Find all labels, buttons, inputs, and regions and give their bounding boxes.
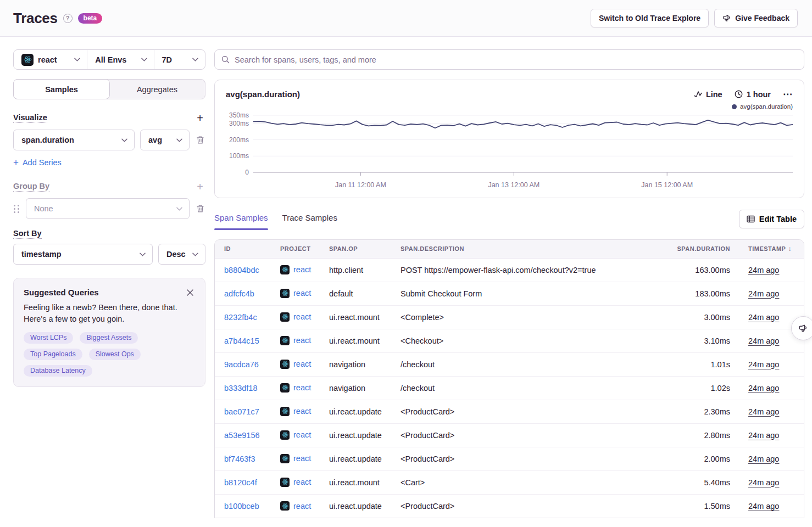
span-timestamp-link[interactable]: 24m ago (748, 266, 779, 274)
span-id-link[interactable]: b333df18 (224, 384, 257, 393)
table-row[interactable]: a53e9156 react ui.react.update <ProductC… (215, 423, 804, 447)
span-id-link[interactable]: b8120c4f (224, 478, 257, 487)
react-project-icon (280, 454, 290, 463)
visualize-aggregate-select[interactable]: avg (140, 130, 190, 150)
span-id-link[interactable]: b8804bdc (224, 266, 259, 274)
visualize-field-select[interactable]: span.duration (13, 130, 135, 150)
chart-more-menu-icon[interactable]: ⋯ (783, 88, 793, 100)
x-axis-tick-label: Jan 11 12:00 AM (335, 181, 386, 189)
span-timestamp-link[interactable]: 24m ago (748, 360, 779, 369)
chart-type-button[interactable]: Line (694, 90, 722, 99)
suggested-query-pill[interactable]: Worst LCPs (24, 332, 73, 344)
add-series-button[interactable]: + Add Series (13, 157, 62, 168)
sort-direction-select[interactable]: Desc (158, 244, 205, 265)
span-timestamp-link[interactable]: 24m ago (748, 455, 779, 463)
span-timestamp-link[interactable]: 24m ago (748, 431, 779, 440)
search-input[interactable] (235, 55, 797, 64)
span-duration-cell: 1.02s (653, 376, 738, 400)
visualize-aggregate-value: avg (148, 136, 162, 144)
table-row[interactable]: b8804bdc react http.client POST https://… (215, 258, 804, 282)
x-axis-spacer (226, 177, 253, 192)
switch-old-trace-explore-button[interactable]: Switch to Old Trace Explore (591, 9, 709, 27)
react-project-icon (280, 265, 290, 274)
span-timestamp-link[interactable]: 24m ago (748, 407, 779, 416)
suggested-query-pill[interactable]: Biggest Assets (80, 332, 138, 344)
column-header-timestamp[interactable]: TIMESTAMP↓ (738, 240, 804, 258)
suggested-query-pill[interactable]: Slowest Ops (89, 349, 141, 360)
span-timestamp-link[interactable]: 24m ago (748, 313, 779, 322)
table-row[interactable]: 8232fb4c react ui.react.mount <Complete>… (215, 305, 804, 329)
add-group-by-button[interactable]: + (194, 180, 205, 193)
span-op-cell: navigation (320, 352, 391, 376)
table-row[interactable]: b100bceb react ui.react.update <ProductC… (215, 494, 804, 518)
project-link[interactable]: react (293, 289, 311, 298)
span-id-link[interactable]: 8232fb4c (224, 313, 257, 322)
environment-filter[interactable]: All Envs (87, 50, 153, 69)
project-link[interactable]: react (293, 430, 311, 439)
page-title: Traces (13, 10, 58, 27)
edit-table-button[interactable]: Edit Table (739, 210, 804, 228)
project-link[interactable]: react (293, 478, 311, 486)
app-header: Traces ? beta Switch to Old Trace Explor… (0, 0, 812, 37)
project-link[interactable]: react (293, 383, 311, 392)
close-icon[interactable] (185, 288, 195, 299)
project-link[interactable]: react (293, 265, 311, 274)
table-header-row: ID PROJECT SPAN.OP SPAN.DESCRIPTION SPAN… (215, 240, 804, 258)
date-range-filter[interactable]: 7D (154, 50, 205, 69)
project-link[interactable]: react (293, 502, 311, 511)
project-link[interactable]: react (293, 360, 311, 368)
floating-feedback-button[interactable] (791, 316, 812, 340)
group-by-select[interactable]: None (26, 198, 190, 219)
give-feedback-button[interactable]: Give Feedback (714, 9, 798, 27)
suggested-query-pill[interactable]: Top Pageloads (24, 349, 82, 360)
span-op-cell: ui.react.update (320, 494, 391, 518)
add-visualize-button[interactable]: + (194, 111, 205, 125)
span-id-link[interactable]: a7b44c15 (224, 337, 259, 345)
column-header-span-description[interactable]: SPAN.DESCRIPTION (391, 240, 653, 258)
span-id-link[interactable]: bf7463f3 (224, 455, 255, 463)
help-icon[interactable]: ? (63, 14, 73, 23)
column-header-span-op[interactable]: SPAN.OP (320, 240, 391, 258)
suggested-queries-card: Suggested Queries Feeling like a newb? B… (13, 278, 205, 387)
project-link[interactable]: react (293, 454, 311, 463)
tab-samples[interactable]: Samples (13, 79, 110, 99)
drag-handle[interactable] (13, 204, 20, 214)
y-axis-tick-label: 300ms (229, 120, 249, 127)
span-id-link[interactable]: adfcfc4b (224, 289, 254, 298)
span-timestamp-link[interactable]: 24m ago (748, 337, 779, 345)
trash-icon[interactable] (195, 134, 205, 145)
span-timestamp-link[interactable]: 24m ago (748, 289, 779, 298)
span-id-link[interactable]: bae071c7 (224, 407, 259, 416)
project-link[interactable]: react (293, 336, 311, 345)
span-op-cell: ui.react.update (320, 400, 391, 423)
suggested-query-pill[interactable]: Database Latency (24, 365, 92, 377)
legend-item[interactable]: avg(span.duration) (732, 103, 793, 110)
table-row[interactable]: a7b44c15 react ui.react.mount <Checkout>… (215, 329, 804, 352)
table-row[interactable]: adfcfc4b react default Submit Checkout F… (215, 282, 804, 305)
sort-field-select[interactable]: timestamp (13, 244, 153, 265)
trash-icon[interactable] (195, 203, 205, 214)
react-project-icon (280, 336, 290, 345)
table-row[interactable]: b333df18 react navigation /checkout 1.02… (215, 376, 804, 400)
span-timestamp-link[interactable]: 24m ago (748, 502, 779, 511)
column-header-project[interactable]: PROJECT (271, 240, 320, 258)
tab-trace-samples[interactable]: Trace Samples (282, 213, 337, 230)
table-row[interactable]: 9acdca76 react navigation /checkout 1.01… (215, 352, 804, 376)
span-timestamp-link[interactable]: 24m ago (748, 478, 779, 487)
column-header-span-duration[interactable]: SPAN.DURATION (653, 240, 738, 258)
span-id-link[interactable]: b100bceb (224, 502, 259, 511)
span-id-link[interactable]: 9acdca76 (224, 360, 259, 369)
table-row[interactable]: b8120c4f react ui.react.mount <Cart> 5.4… (215, 470, 804, 494)
project-filter[interactable]: react (14, 50, 87, 69)
chart-interval-button[interactable]: 1 hour (735, 90, 771, 99)
table-row[interactable]: bae071c7 react ui.react.update <ProductC… (215, 400, 804, 423)
table-row[interactable]: bf7463f3 react ui.react.update <ProductC… (215, 447, 804, 470)
column-header-id[interactable]: ID (215, 240, 271, 258)
span-timestamp-link[interactable]: 24m ago (748, 384, 779, 393)
tab-span-samples[interactable]: Span Samples (214, 213, 268, 230)
chart-x-axis: Jan 11 12:00 AMJan 13 12:00 AMJan 15 12:… (253, 179, 793, 192)
span-id-link[interactable]: a53e9156 (224, 431, 260, 440)
project-link[interactable]: react (293, 407, 311, 416)
project-link[interactable]: react (293, 312, 311, 321)
tab-aggregates[interactable]: Aggregates (109, 80, 205, 99)
